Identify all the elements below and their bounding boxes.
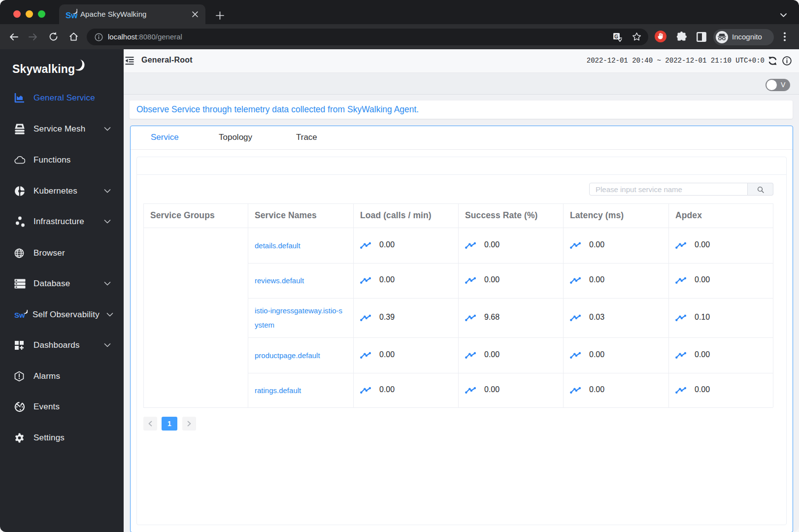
svg-text:Sw: Sw	[66, 11, 77, 20]
svg-text:Sw: Sw	[14, 311, 25, 319]
svg-text:G: G	[614, 34, 618, 39]
